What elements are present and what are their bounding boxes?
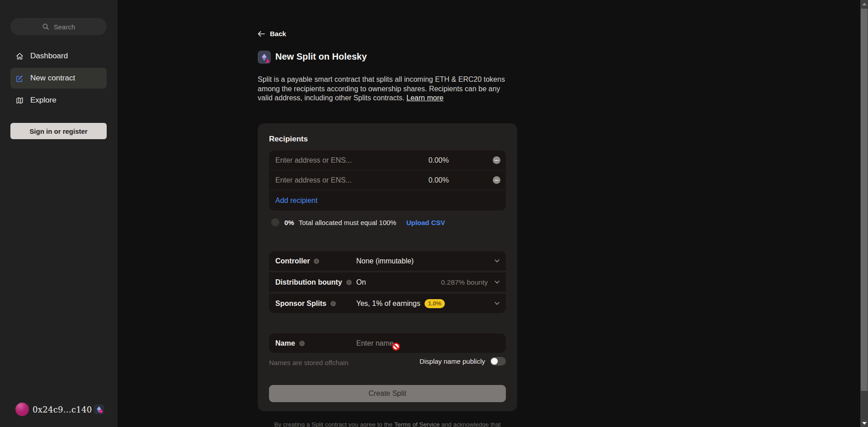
sponsor-percent-badge: 1.0% (425, 299, 445, 308)
info-icon: i (346, 280, 352, 285)
controller-label: Controller (275, 257, 310, 265)
recipient-address-input[interactable] (275, 156, 500, 164)
avatar[interactable] (15, 403, 29, 416)
remove-recipient-button[interactable] (493, 156, 500, 164)
testnet-dot-icon (99, 410, 103, 413)
distribution-bounty-row[interactable]: Distribution bounty i On 0.287% bounty (269, 272, 506, 292)
display-name-label: Display name publicly (420, 357, 485, 365)
names-offchain-note: Names are stored offchain (269, 359, 349, 366)
settings-group: Controller i None (immutable) Distributi… (269, 251, 506, 313)
allocation-status-row: 0% Total allocated must equal 100% Uploa… (271, 218, 445, 226)
recipient-row: 0.00% (269, 170, 506, 190)
add-recipient-label: Add recipient (275, 197, 317, 205)
sign-in-button[interactable]: Sign in or register (10, 123, 107, 139)
recipient-row: 0.00% (269, 150, 506, 170)
network-badge[interactable] (94, 404, 104, 414)
distribution-bounty-label: Distribution bounty (275, 278, 342, 286)
chevron-down-icon (495, 259, 500, 263)
sidebar-item-dashboard[interactable]: Dashboard (10, 47, 107, 66)
sidebar-item-new-contract[interactable]: New contract (10, 68, 107, 89)
create-split-button[interactable]: Create Split (269, 385, 506, 402)
sponsor-splits-label: Sponsor Splits (275, 300, 326, 308)
scroll-down-button[interactable] (860, 419, 868, 427)
page-title: New Split on Holesky (275, 52, 367, 62)
allocation-progress-ring (271, 218, 279, 226)
sidebar-item-label: Dashboard (30, 52, 68, 61)
recipient-percent-value[interactable]: 0.00% (429, 156, 449, 164)
controller-value: None (immutable) (356, 257, 414, 265)
add-recipient-button[interactable]: Add recipient (269, 190, 506, 211)
recipients-list: 0.00% 0.00% Add recipient (269, 150, 506, 211)
name-row: Name i (269, 333, 506, 353)
minus-icon (495, 160, 499, 161)
allocation-message: Total allocated must equal 100% (299, 219, 396, 226)
arrow-left-icon (258, 31, 265, 37)
wallet-address[interactable]: 0x24c9...c140 (33, 405, 92, 414)
name-input[interactable] (356, 339, 465, 347)
create-split-label: Create Split (368, 389, 406, 398)
upload-csv-link[interactable]: Upload CSV (406, 219, 445, 226)
search-input[interactable]: Search (10, 18, 107, 35)
testnet-flask-icon (265, 58, 270, 63)
recipient-percent-value[interactable]: 0.00% (429, 176, 449, 184)
recipient-address-input[interactable] (275, 176, 500, 184)
home-icon (15, 52, 24, 61)
page-description: Split is a payable smart contract that s… (258, 75, 506, 103)
arrow-up-icon (862, 3, 867, 5)
terms-agreement-note: By creating a Split contract you agree t… (258, 421, 517, 427)
remove-recipient-button[interactable] (493, 176, 500, 184)
sponsor-splits-row[interactable]: Sponsor Splits i Yes, 1% of earnings 1.0… (269, 294, 506, 313)
sign-in-label: Sign in or register (29, 127, 87, 135)
search-icon (42, 23, 50, 31)
controller-row[interactable]: Controller i None (immutable) (269, 251, 506, 271)
name-label: Name (275, 339, 295, 347)
holesky-network-icon (258, 51, 271, 64)
minus-icon (495, 180, 499, 181)
learn-more-link[interactable]: Learn more (406, 94, 443, 102)
back-button[interactable]: Back (258, 30, 286, 38)
arrow-down-icon (862, 422, 867, 425)
map-icon (15, 96, 24, 105)
edit-pencil-icon (15, 74, 24, 83)
chevron-down-icon (495, 302, 500, 305)
sidebar: Search Dashboard New contract Explore (0, 0, 118, 427)
sponsor-splits-value: Yes, 1% of earnings 1.0% (356, 299, 445, 308)
display-name-setting: Display name publicly (420, 357, 506, 366)
chevron-down-icon (495, 281, 500, 284)
sidebar-item-explore[interactable]: Explore (10, 91, 107, 110)
description-text: Split is a payable smart contract that s… (258, 75, 505, 102)
allocation-percent: 0% (284, 219, 294, 226)
search-placeholder: Search (54, 23, 75, 31)
vertical-scrollbar[interactable] (860, 0, 868, 427)
info-icon: i (330, 301, 336, 306)
sponsor-splits-text: Yes, 1% of earnings (356, 300, 420, 308)
back-label: Back (270, 30, 286, 38)
agreement-prefix: By creating a Split contract you agree t… (274, 421, 394, 427)
bounty-detail: 0.287% bounty (441, 278, 488, 286)
agreement-suffix: and acknowledge that (439, 421, 500, 427)
new-split-card: Recipients 0.00% 0.00% Add recipient 0% … (258, 123, 517, 411)
sidebar-item-label: Explore (30, 96, 57, 105)
display-name-toggle[interactable] (490, 357, 506, 366)
toggle-knob (491, 358, 498, 365)
info-icon: i (314, 258, 319, 264)
info-icon: i (299, 341, 305, 346)
scroll-up-button[interactable] (860, 0, 868, 8)
not-allowed-cursor-icon (392, 343, 400, 351)
terms-of-service-link[interactable]: Terms of Service (394, 421, 440, 427)
distribution-bounty-value: On (356, 278, 366, 286)
recipients-heading: Recipients (269, 135, 308, 144)
sidebar-item-label: New contract (30, 74, 75, 83)
scrollbar-thumb[interactable] (861, 9, 868, 391)
